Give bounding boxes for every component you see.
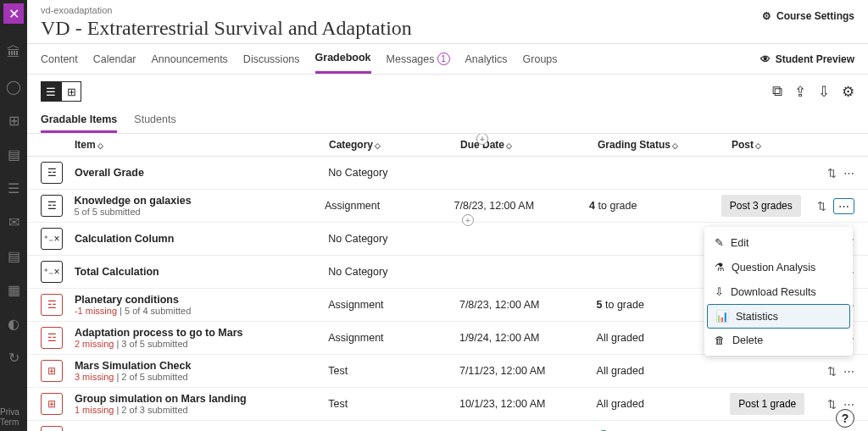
item-name[interactable]: Calculation Column (75, 233, 328, 245)
item-name[interactable]: Planetary conditions (75, 294, 328, 306)
tab-content[interactable]: Content (41, 44, 78, 74)
sort-icon[interactable]: ⇅ (817, 200, 826, 213)
tab-discussions[interactable]: Discussions (243, 44, 300, 74)
item-type-icon: ☲ (41, 195, 63, 217)
tab-analytics[interactable]: Analytics (465, 44, 508, 74)
table-row[interactable]: ⊞Mars Simulation Check3 missing | 2 of 5… (27, 355, 868, 388)
item-type-icon: ⊞ (41, 426, 63, 431)
menu-item-delete[interactable]: 🗑Delete (704, 329, 853, 352)
menu-item-icon: ⚗ (715, 261, 725, 274)
table-row[interactable]: ⊞Trappist-1g group landing simulationCom… (27, 421, 868, 431)
col-item[interactable]: Item◇ (75, 139, 329, 151)
help-icon[interactable]: ? (836, 409, 854, 428)
item-type-icon: ☲ (41, 162, 63, 184)
item-category: Test (328, 365, 459, 377)
sort-icon[interactable]: ⇅ (827, 167, 837, 180)
col-category[interactable]: Category◇ (329, 139, 460, 151)
item-category: Assignment (325, 200, 454, 212)
search-icon[interactable]: ⧉ (772, 83, 782, 101)
more-button[interactable]: ⋯ (843, 167, 854, 180)
item-status: All graded (597, 398, 731, 410)
item-name[interactable]: Overall Grade (75, 167, 328, 179)
item-category: Test (328, 398, 459, 410)
item-status: All graded (597, 365, 731, 377)
item-due: 1/9/24, 12:00 AM (459, 332, 597, 344)
organizations-icon[interactable]: ☰ (5, 180, 22, 196)
item-type-icon: ⁺₋× (41, 228, 63, 250)
upload-icon[interactable]: ⇪ (794, 83, 806, 101)
item-due: 7/11/23, 12:00 AM (459, 365, 597, 377)
item-name[interactable]: Knowledge on galaxies (74, 195, 324, 207)
sort-icon[interactable]: ⇅ (827, 398, 837, 411)
item-name[interactable]: Group simulation on Mars landing (75, 393, 328, 405)
subtab-gradable-items[interactable]: Gradable Items (41, 108, 117, 133)
row-context-menu: ✎Edit⚗Question Analysis⇩Download Results… (704, 227, 853, 356)
activity-icon[interactable]: ⊞ (5, 112, 22, 129)
menu-item-question-analysis[interactable]: ⚗Question Analysis (704, 255, 853, 279)
item-type-icon: ⁺₋× (41, 261, 63, 283)
gradebook-table: Item◇ Category◇ Due Date◇ Grading Status… (27, 134, 868, 431)
table-row[interactable]: ⊞Group simulation on Mars landing1 missi… (27, 388, 868, 421)
signout-icon[interactable]: ↻ (5, 349, 22, 366)
menu-item-edit[interactable]: ✎Edit (704, 230, 853, 255)
tools-icon[interactable]: ◐ (5, 315, 22, 332)
menu-item-statistics[interactable]: 📊Statistics (707, 304, 850, 329)
sort-icon[interactable]: ⇅ (827, 365, 837, 378)
view-list-button[interactable]: ☰ (41, 81, 61, 102)
table-row[interactable]: ☲Knowledge on galaxies5 of 5 submittedAs… (27, 190, 868, 223)
table-row[interactable]: ☲Overall GradeNo Category⇅⋯ (27, 157, 868, 190)
item-category: Assignment (328, 332, 459, 344)
profile-icon[interactable]: ◯ (5, 78, 22, 95)
tab-announcements[interactable]: Announcements (152, 44, 228, 74)
grades-icon[interactable]: ▦ (5, 281, 22, 298)
view-grid-button[interactable]: ⊞ (61, 81, 81, 102)
breadcrumb: vd-exoadaptation (41, 5, 412, 15)
menu-item-download-results[interactable]: ⇩Download Results (704, 279, 853, 304)
item-category: No Category (328, 167, 459, 179)
item-category: Assignment (328, 299, 459, 311)
courses-icon[interactable]: ▤ (5, 146, 22, 163)
menu-item-icon: 🗑 (715, 334, 726, 346)
tab-groups[interactable]: Groups (523, 44, 558, 74)
footer-labels: Priva Term (0, 407, 19, 428)
item-name[interactable]: Adaptation process to go to Mars (75, 327, 328, 339)
messages-badge: 1 (437, 52, 450, 65)
item-type-icon: ⊞ (41, 393, 63, 415)
more-button[interactable]: ⋯ (843, 365, 854, 378)
calendar-icon[interactable]: ✉ (5, 213, 22, 230)
eye-icon: 👁 (760, 53, 771, 65)
item-category: No Category (328, 233, 459, 245)
tab-calendar[interactable]: Calendar (93, 44, 136, 74)
gear-icon: ⚙ (762, 10, 771, 22)
item-type-icon: ☲ (41, 294, 63, 316)
menu-item-icon: ⇩ (715, 285, 724, 298)
tab-messages[interactable]: Messages1 (387, 44, 450, 74)
course-settings-button[interactable]: ⚙ Course Settings (762, 5, 854, 22)
menu-item-icon: ✎ (715, 236, 724, 249)
item-type-icon: ☲ (41, 327, 63, 349)
tab-gradebook[interactable]: Gradebook (315, 44, 371, 74)
institution-icon[interactable]: 🏛 (5, 44, 22, 61)
add-row-icon[interactable]: + (462, 214, 474, 226)
close-icon[interactable]: ✕ (3, 3, 24, 24)
left-rail: ✕ 🏛 ◯ ⊞ ▤ ☰ ✉ ▤ ▦ ◐ ↻ Priva Term (0, 0, 27, 431)
item-due: 7/8/23, 12:00 AM (459, 299, 597, 311)
post-grades-button[interactable]: Post 1 grade (730, 393, 804, 415)
item-name[interactable]: Mars Simulation Check (75, 360, 328, 372)
download-icon[interactable]: ⇩ (818, 83, 830, 101)
subtab-students[interactable]: Students (134, 108, 175, 133)
item-due: 10/1/23, 12:00 AM (459, 398, 597, 410)
more-button[interactable]: ⋯ (833, 198, 854, 214)
menu-item-icon: 📊 (715, 310, 729, 323)
item-category: No Category (328, 266, 459, 278)
page-title: VD - Extraterrestrial Survival and Adapt… (41, 17, 412, 40)
post-grades-button[interactable]: Post 3 grades (721, 195, 801, 217)
student-preview-button[interactable]: 👁 Student Preview (760, 53, 854, 65)
item-name[interactable]: Total Calculation (75, 266, 328, 278)
item-status: 4 to grade (589, 200, 721, 212)
item-type-icon: ⊞ (41, 360, 63, 382)
settings-icon[interactable]: ⚙ (842, 83, 854, 101)
col-post[interactable]: Post◇ (732, 139, 829, 151)
messages-icon[interactable]: ▤ (5, 247, 22, 264)
col-status[interactable]: Grading Status◇ (598, 139, 732, 151)
